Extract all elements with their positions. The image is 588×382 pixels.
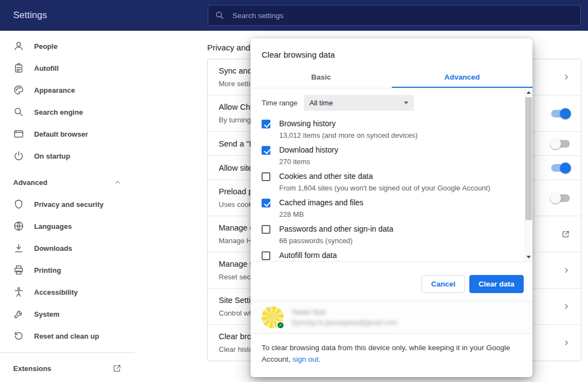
avatar: ✓: [262, 306, 284, 328]
toggle-switch[interactable]: [551, 164, 570, 172]
item-detail: 66 passwords (synced): [279, 236, 393, 246]
app-header: Settings: [0, 0, 588, 31]
chevron-right-icon: [563, 339, 570, 346]
settings-search[interactable]: [208, 5, 581, 26]
sidebar-item-system[interactable]: System: [0, 303, 135, 325]
sidebar-item-label: People: [34, 42, 58, 50]
palette-icon: [13, 85, 24, 96]
sidebar-advanced-label: Advanced: [13, 178, 47, 187]
accessibility-icon: [13, 286, 24, 297]
sidebar-item-on-startup[interactable]: On startup: [0, 145, 135, 167]
dialog-tabs: Basic Advanced: [251, 66, 532, 88]
sidebar-item-label: Default browser: [34, 130, 88, 138]
sidebar-item-people[interactable]: People: [0, 35, 135, 57]
sidebar-item-extensions[interactable]: Extensions: [0, 357, 135, 379]
external-link-icon: [113, 364, 121, 373]
dropdown-arrow-icon: [404, 102, 408, 104]
sidebar-item-label: Autofill: [34, 64, 59, 72]
time-range-value: All time: [309, 99, 404, 107]
search-icon: [215, 10, 225, 20]
search-input[interactable]: [232, 12, 574, 20]
person-icon: [13, 41, 24, 52]
footer-period: .: [319, 355, 321, 363]
sidebar-item-reset-clean-up[interactable]: Reset and clean up: [0, 325, 135, 347]
item-cached-images-files[interactable]: Cached images and files 228 MB: [251, 194, 525, 221]
sidebar-item-label: Printing: [34, 266, 61, 274]
sidebar-extensions-label: Extensions: [13, 364, 51, 373]
chevron-up-icon: [114, 178, 121, 186]
item-label: Autofill form data: [279, 250, 360, 261]
checkbox[interactable]: [262, 251, 270, 260]
sidebar-divider: [0, 352, 135, 353]
external-link-icon: [562, 230, 570, 238]
item-label: Browsing history: [279, 118, 418, 129]
tab-advanced[interactable]: Advanced: [392, 66, 533, 88]
toggle-switch[interactable]: [551, 194, 570, 202]
scrollbar-up-arrow[interactable]: [525, 88, 532, 97]
sidebar-item-default-browser[interactable]: Default browser: [0, 123, 135, 145]
download-icon: [13, 243, 24, 254]
sidebar-item-privacy-security[interactable]: Privacy and security: [0, 193, 135, 215]
autofill-icon: [13, 63, 24, 74]
sidebar-item-label: Accessibility: [34, 288, 78, 296]
browser-icon: [13, 128, 24, 139]
item-download-history[interactable]: Download history 270 items: [251, 142, 525, 168]
sidebar-item-label: System: [34, 310, 59, 318]
sidebar-item-label: Search engine: [34, 108, 83, 116]
dialog-scroll-area: Time range All time Browsing history 13,…: [251, 88, 532, 261]
sidebar-item-label: Appearance: [34, 86, 75, 94]
cancel-button[interactable]: Cancel: [421, 275, 464, 293]
wrench-icon: [13, 308, 24, 319]
sidebar-item-accessibility[interactable]: Accessibility: [0, 281, 135, 303]
sidebar-item-label: Privacy and security: [34, 200, 103, 209]
checkbox[interactable]: [262, 120, 270, 128]
dialog-buttons: Cancel Clear data: [251, 261, 532, 301]
item-browsing-history[interactable]: Browsing history 13,012 items (and more …: [251, 115, 525, 142]
sidebar: People Autofill Appearance Search engine…: [0, 31, 135, 382]
page-title: Settings: [13, 10, 47, 21]
dialog-scrollbar[interactable]: [525, 88, 532, 261]
sidebar-item-search-engine[interactable]: Search engine: [0, 101, 135, 123]
sidebar-item-downloads[interactable]: Downloads: [0, 237, 135, 259]
time-range-row: Time range All time: [251, 88, 525, 115]
clear-browsing-data-dialog: Clear browsing data Basic Advanced Time …: [251, 38, 532, 377]
item-label: Download history: [279, 144, 338, 155]
sidebar-item-appearance[interactable]: Appearance: [0, 79, 135, 101]
sidebar-advanced-toggle[interactable]: Advanced: [0, 171, 135, 193]
item-detail: 270 items: [279, 157, 338, 167]
chevron-right-icon: [563, 267, 570, 274]
item-passwords-sign-in[interactable]: Passwords and other sign-in data 66 pass…: [251, 221, 525, 247]
sidebar-item-label: Downloads: [34, 244, 72, 252]
item-label: Passwords and other sign-in data: [279, 223, 393, 234]
checkbox[interactable]: [262, 225, 270, 234]
sidebar-item-languages[interactable]: Languages: [0, 215, 135, 237]
scrollbar-down-arrow[interactable]: [525, 253, 532, 261]
sidebar-item-printing[interactable]: Printing: [0, 259, 135, 281]
checkbox[interactable]: [262, 172, 270, 181]
shield-icon: [13, 199, 24, 210]
tab-basic[interactable]: Basic: [251, 66, 392, 88]
clear-data-button[interactable]: Clear data: [469, 275, 524, 293]
globe-icon: [13, 221, 24, 232]
dialog-footer: To clear browsing data from this device …: [251, 334, 532, 375]
scrollbar-thumb[interactable]: [525, 97, 532, 220]
reset-icon: [13, 330, 24, 341]
toggle-switch[interactable]: [551, 110, 570, 117]
sidebar-item-label: Languages: [34, 222, 72, 231]
chevron-right-icon: [563, 303, 570, 310]
account-sync-status: Syncing to jasozqwwe@gmail.com: [291, 318, 397, 328]
sign-out-link[interactable]: sign out: [292, 355, 318, 363]
item-detail: From 1,604 sites (you won't be signed ou…: [279, 183, 490, 193]
sidebar-item-autofill[interactable]: Autofill: [0, 57, 135, 79]
item-cookies-site-data[interactable]: Cookies and other site data From 1,604 s…: [251, 168, 525, 194]
item-autofill-form-data[interactable]: Autofill form data 647 suggestions (sync…: [251, 247, 525, 261]
checkbox[interactable]: [262, 146, 270, 155]
item-detail: 228 MB: [279, 210, 363, 220]
sidebar-item-label: On startup: [34, 152, 70, 160]
chevron-right-icon: [563, 74, 570, 81]
item-label: Cached images and files: [279, 197, 363, 208]
account-section: ✓ Yaven Sun Syncing to jasozqwwe@gmail.c…: [251, 301, 532, 334]
time-range-select[interactable]: All time: [304, 95, 414, 111]
toggle-switch[interactable]: [551, 140, 570, 148]
checkbox[interactable]: [262, 199, 270, 207]
